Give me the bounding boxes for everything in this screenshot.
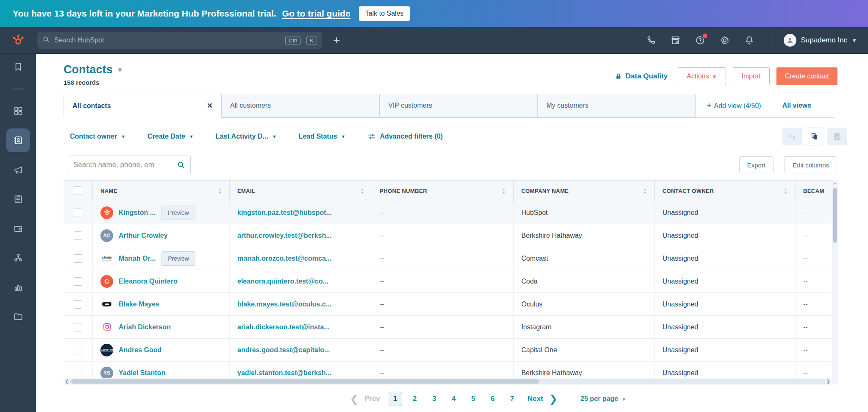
column-header-company-name[interactable]: COMPANY NAME▲▼	[514, 181, 655, 201]
row-checkbox[interactable]	[74, 277, 82, 286]
hubspot-logo-icon[interactable]	[12, 34, 25, 47]
contact-email-link[interactable]: mariah.orozco.test@comca...	[237, 255, 331, 262]
scroll-up-icon[interactable]: ▲	[832, 180, 838, 186]
page-2[interactable]: 2	[408, 395, 422, 403]
export-button[interactable]: Export	[739, 156, 773, 173]
sort-icon[interactable]: ▲▼	[215, 188, 222, 194]
filter-lead-status[interactable]: Lead Status▼	[299, 133, 346, 140]
import-button[interactable]: Import	[733, 67, 770, 85]
sort-icon[interactable]: ▲▼	[357, 188, 364, 194]
sidebar-item-commerce[interactable]	[13, 223, 23, 234]
tab-my-customers[interactable]: My customers	[538, 94, 696, 117]
contact-email-link[interactable]: andres.good.test@capitalo...	[237, 346, 330, 354]
create-contact-button[interactable]: Create contact	[776, 67, 837, 85]
all-views-link[interactable]: All views	[782, 102, 811, 109]
vertical-scrollbar[interactable]: ▲	[832, 180, 838, 384]
contact-email-link[interactable]: kingston.paz.test@hubspot...	[237, 209, 332, 217]
edit-columns-button[interactable]: Edit columns	[785, 156, 837, 173]
prev-page-link[interactable]: Prev	[364, 395, 380, 403]
page-5[interactable]: 5	[467, 395, 480, 403]
sort-icon[interactable]: ▲▼	[640, 188, 647, 194]
settings-icon[interactable]	[720, 35, 730, 45]
filter-last-activity-d-[interactable]: Last Activity D...▼	[216, 133, 277, 140]
select-all-checkbox[interactable]	[74, 187, 82, 195]
preview-button[interactable]: Preview	[161, 251, 195, 266]
close-icon[interactable]: ✕	[207, 101, 213, 110]
actions-button[interactable]: Actions▼	[678, 67, 726, 85]
account-menu[interactable]: Supademo Inc ▼	[784, 34, 857, 47]
page-title[interactable]: Contacts ▼	[64, 63, 123, 76]
save-view-button[interactable]	[827, 128, 847, 145]
row-checkbox[interactable]	[74, 300, 82, 309]
tab-vip-customers[interactable]: VIP customers	[380, 94, 538, 117]
contact-search-input[interactable]	[73, 161, 173, 169]
prev-page-chevron-icon[interactable]: ❮	[350, 394, 359, 404]
column-header-contact-owner[interactable]: CONTACT OWNER▲▼	[655, 181, 796, 201]
trial-guide-link[interactable]: Go to trial guide	[282, 8, 351, 19]
page-4[interactable]: 4	[447, 395, 461, 403]
clone-view-button[interactable]	[805, 128, 824, 145]
per-page-select[interactable]: 25 per page▼	[581, 395, 626, 403]
column-header-becam[interactable]: BECAM	[796, 181, 832, 201]
preview-button[interactable]: Preview	[161, 206, 195, 220]
undo-button[interactable]	[782, 128, 802, 145]
page-6[interactable]: 6	[486, 395, 500, 403]
contact-email-link[interactable]: eleanora.quintero.test@co...	[237, 278, 328, 285]
row-checkbox[interactable]	[74, 254, 82, 263]
page-7[interactable]: 7	[506, 395, 519, 403]
contact-name-link[interactable]: Arthur Crowley	[119, 232, 168, 239]
column-header-email[interactable]: EMAIL▲▼	[230, 181, 372, 201]
page-1[interactable]: 1	[389, 392, 402, 406]
contact-name-link[interactable]: Mariah Or...	[119, 255, 156, 262]
advanced-filters-button[interactable]: Advanced filters (0)	[367, 132, 442, 141]
contact-email-link[interactable]: blake.mayes.test@oculus.c...	[237, 301, 331, 308]
sidebar-item-dashboards[interactable]	[13, 106, 23, 116]
column-header-name[interactable]: NAME▲▼	[93, 181, 230, 201]
next-page-link[interactable]: Next	[528, 395, 543, 403]
row-checkbox[interactable]	[74, 209, 82, 217]
row-checkbox[interactable]	[74, 346, 82, 354]
phone-icon[interactable]	[646, 35, 656, 45]
add-view-link[interactable]: +Add view (4/50)	[707, 101, 761, 110]
contact-email-link[interactable]: ariah.dickerson.test@insta...	[237, 323, 329, 331]
contact-name-link[interactable]: Andres Good	[119, 346, 161, 354]
contact-name-link[interactable]: Yadiel Stanton	[119, 369, 165, 377]
page-3[interactable]: 3	[428, 395, 441, 403]
next-page-chevron-icon[interactable]: ❯	[549, 394, 557, 404]
notifications-bell-icon[interactable]	[744, 35, 754, 45]
contact-email-link[interactable]: yadiel.stanton.test@berksh...	[237, 369, 331, 377]
contact-email-link[interactable]: arthur.crowley.test@berksh...	[237, 232, 332, 239]
sidebar-item-bookmarks[interactable]	[13, 62, 23, 72]
quick-create-icon[interactable]: +	[333, 34, 340, 46]
marketplace-icon[interactable]	[670, 35, 681, 45]
contact-search-field[interactable]	[68, 156, 191, 174]
vertical-scroll-thumb[interactable]	[833, 188, 837, 243]
data-quality-link[interactable]: Data Quality	[615, 72, 668, 81]
horizontal-scroll-thumb[interactable]	[71, 379, 539, 384]
sidebar-item-content[interactable]	[13, 194, 23, 204]
contact-name-link[interactable]: Blake Mayes	[119, 301, 159, 308]
filter-create-date[interactable]: Create Date▼	[147, 133, 194, 140]
sidebar-item-contacts[interactable]	[6, 128, 30, 152]
sort-icon[interactable]: ▲▼	[781, 188, 787, 194]
filter-contact-owner[interactable]: Contact owner▼	[70, 133, 125, 140]
sidebar-item-automations[interactable]	[13, 253, 23, 263]
contact-name-link[interactable]: Ariah Dickerson	[119, 323, 171, 331]
row-checkbox[interactable]	[74, 231, 82, 240]
scroll-left-icon[interactable]: ❮	[64, 379, 70, 384]
row-checkbox[interactable]	[74, 323, 82, 331]
contact-name-link[interactable]: Kingston ...	[119, 209, 156, 217]
horizontal-scrollbar[interactable]: ❮ ❯	[64, 379, 832, 384]
contact-name-link[interactable]: Eleanora Quintero	[119, 278, 178, 285]
help-icon[interactable]	[695, 35, 705, 45]
sidebar-item-marketing[interactable]	[13, 165, 23, 175]
tab-all-customers[interactable]: All customers	[222, 94, 380, 117]
talk-to-sales-button[interactable]: Talk to Sales	[359, 6, 410, 21]
tab-all-contacts[interactable]: All contacts✕	[64, 94, 222, 118]
sidebar-item-data-management[interactable]	[13, 312, 23, 322]
column-header-phone-number[interactable]: PHONE NUMBER▲▼	[372, 181, 514, 201]
sort-icon[interactable]: ▲▼	[499, 188, 506, 194]
global-search-input[interactable]: Search HubSpot Ctrl K	[37, 32, 322, 49]
sidebar-item-reporting[interactable]	[13, 282, 23, 292]
row-checkbox[interactable]	[74, 369, 82, 377]
